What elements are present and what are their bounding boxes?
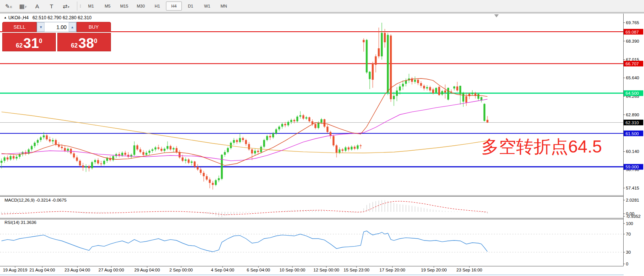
timeframe-button-h1[interactable]: H1	[149, 2, 165, 11]
svg-text:30: 30	[626, 250, 631, 254]
svg-text:62.310: 62.310	[626, 120, 639, 125]
buy-price-display[interactable]: 62380	[57, 33, 111, 51]
svg-text:21 Aug 04:00: 21 Aug 04:00	[29, 268, 55, 272]
timeframe-button-m30[interactable]: M30	[133, 2, 149, 11]
svg-text:0: 0	[626, 262, 628, 266]
chart-text-annotation: 多空转折点64.5	[481, 137, 602, 156]
text-box-icon[interactable]: T	[45, 1, 58, 11]
svg-text:69.765: 69.765	[626, 20, 639, 25]
collapse-triangle-icon[interactable]: ▲	[4, 16, 7, 19]
volume-input[interactable]: 1.00	[45, 22, 68, 32]
svg-text:60.140: 60.140	[626, 149, 639, 154]
svg-text:6 Sep 04:00: 6 Sep 04:00	[247, 268, 270, 272]
sell-price-fraction: 0	[39, 38, 42, 45]
sell-price-display[interactable]: 62310	[2, 33, 56, 51]
svg-text:68.390: 68.390	[626, 39, 639, 43]
timeframe-buttons-group: M1M5M15M30H1H4D1W1MN	[83, 2, 232, 11]
svg-text:100: 100	[626, 221, 633, 226]
svg-text:61.500: 61.500	[626, 131, 639, 136]
svg-text:70: 70	[626, 232, 631, 236]
svg-text:59.000: 59.000	[626, 165, 639, 169]
svg-text:27 Aug 00:00: 27 Aug 00:00	[98, 268, 124, 272]
one-click-trading-panel: SELL ▼ 1.00 ▲ BUY 62310 62380	[2, 22, 111, 51]
buy-price-whole: 62	[71, 42, 78, 50]
timeframe-button-h4[interactable]: H4	[166, 2, 182, 11]
ohlc-values: 62.510 62.790 62.280 62.310	[32, 15, 92, 20]
toolbar-separator	[77, 2, 77, 11]
buy-price-pips: 38	[78, 37, 94, 50]
timeframe-button-m5[interactable]: M5	[100, 2, 115, 11]
macd-indicator-label: MACD(12,26,9) -0.3214 -0.0675	[5, 198, 66, 202]
svg-text:15 Sep 23:00: 15 Sep 23:00	[344, 268, 369, 272]
svg-text:64.500: 64.500	[626, 91, 639, 96]
svg-text:10 Sep 00:00: 10 Sep 00:00	[280, 268, 305, 272]
cycle-arrows-icon[interactable]: ⇄▾	[59, 1, 73, 11]
text-label-icon[interactable]: A	[31, 1, 44, 11]
timeframe-button-d1[interactable]: D1	[183, 2, 198, 11]
svg-text:-0.9352: -0.9352	[626, 214, 641, 219]
timeframe-button-mn[interactable]: MN	[216, 2, 232, 11]
draw-trendline-icon[interactable]: ✎E	[2, 1, 15, 11]
sell-button[interactable]: SELL	[2, 22, 37, 32]
buy-button[interactable]: BUY	[77, 22, 111, 32]
timeframe-button-m15[interactable]: M15	[116, 2, 132, 11]
main-toolbar: ✎E▦FAT⇄▾ ⁞⁞ M1M5M15M30H1H4D1W1MN	[0, 0, 644, 12]
volume-spinner: ▼ 1.00 ▲	[37, 22, 76, 32]
svg-text:69.087: 69.087	[626, 30, 639, 34]
symbol-name: UKOil-,H4	[8, 15, 29, 20]
symbol-title-bar: ▲UKOil-,H462.510 62.790 62.280 62.310	[4, 15, 92, 20]
toolbar-drag-handle-icon[interactable]: ⁞⁞	[80, 4, 80, 8]
volume-increase-icon[interactable]: ▲	[69, 22, 76, 32]
svg-text:2 Sep 00:00: 2 Sep 00:00	[169, 268, 193, 272]
svg-text:66.707: 66.707	[626, 62, 639, 66]
svg-text:23 Sep 16:00: 23 Sep 16:00	[456, 268, 482, 272]
trading-app-window: { "toolbar": { "icon_buttons": [ {"name"…	[0, 0, 644, 276]
buy-price-fraction: 0	[94, 38, 97, 45]
sell-price-pips: 31	[23, 37, 39, 50]
svg-text:19 Sep 20:00: 19 Sep 20:00	[421, 268, 447, 272]
rsi-indicator-label: RSI(14) 31.3636	[5, 220, 36, 225]
svg-text:23 Aug 04:00: 23 Aug 04:00	[65, 268, 90, 272]
svg-text:12 Sep 00:00: 12 Sep 00:00	[314, 268, 339, 272]
svg-text:2.0281: 2.0281	[626, 198, 639, 202]
svg-text:62.890: 62.890	[626, 113, 639, 117]
sell-price-whole: 62	[16, 42, 23, 50]
svg-text:17 Sep 20:00: 17 Sep 20:00	[380, 268, 405, 272]
svg-text:4 Sep 04:00: 4 Sep 04:00	[211, 268, 234, 272]
svg-text:65.640: 65.640	[626, 76, 639, 80]
svg-text:57.415: 57.415	[626, 186, 639, 190]
volume-decrease-icon[interactable]: ▼	[37, 22, 45, 32]
grid-pattern-icon[interactable]: ▦F	[16, 1, 30, 11]
timeframe-button-w1[interactable]: W1	[199, 2, 215, 11]
svg-text:19 Aug 2019: 19 Aug 2019	[3, 268, 28, 272]
svg-text:29 Aug 04:00: 29 Aug 04:00	[134, 268, 160, 272]
drawing-tools-group: ✎E▦FAT⇄▾	[2, 1, 73, 11]
timeframe-button-m1[interactable]: M1	[83, 2, 99, 11]
